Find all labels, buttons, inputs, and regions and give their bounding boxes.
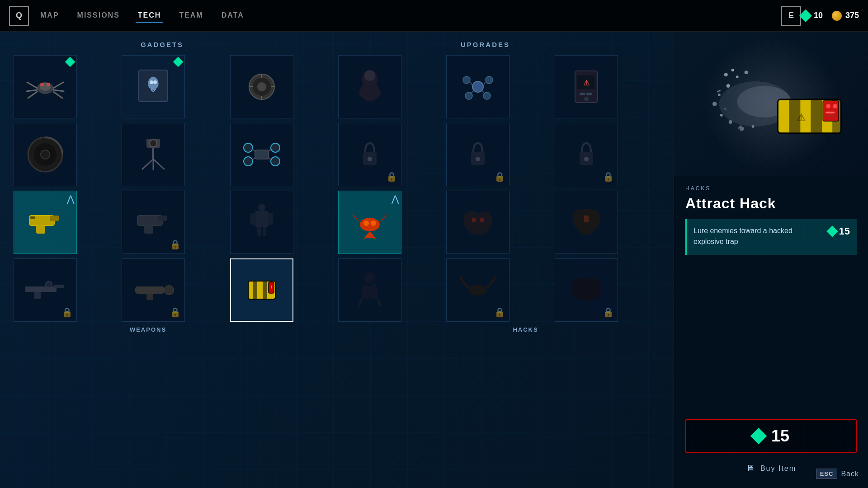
svg-rect-78 [25,286,57,292]
esc-key[interactable]: ESC [816,469,838,479]
grid-item-disc[interactable] [14,123,77,186]
grid-item-shadow2[interactable] [338,258,401,322]
grid-item-locked3[interactable]: 🔒 [555,123,618,186]
svg-rect-45 [255,150,269,159]
svg-line-3 [27,90,37,91]
svg-line-51 [268,149,271,151]
coin-icon [832,11,842,21]
svg-point-116 [833,104,837,108]
lock-icon3: 🔒 [603,171,614,182]
grid-item-locked1[interactable]: 🔒 [338,123,401,186]
svg-point-23 [486,76,493,84]
grid-item-explosive[interactable]: ! [230,258,293,322]
beast1-visual [453,197,503,247]
svg-point-93 [469,285,487,296]
disc-visual [20,130,70,179]
svg-point-49 [271,157,280,166]
svg-point-105 [731,69,734,71]
svg-rect-34 [586,93,592,95]
grid-item-drone[interactable] [230,123,293,186]
svg-point-73 [360,218,380,231]
nav-team[interactable]: TEAM [177,9,205,23]
svg-point-96 [726,84,730,88]
grid-item-shadow[interactable] [338,55,401,118]
svg-point-15 [257,82,266,91]
svg-point-12 [153,80,157,84]
grid-item-pistol[interactable]: ⋀ [14,191,77,254]
explosive-visual: ! [237,266,286,315]
svg-text:⚠: ⚠ [797,112,806,123]
svg-rect-70 [257,227,261,236]
item-preview: ⚠ [674,32,868,176]
nav-data[interactable]: DATA [219,9,246,23]
svg-line-6 [53,90,64,91]
svg-point-75 [371,221,376,226]
esc-back[interactable]: ESC Back [816,469,859,479]
rank-badge2: ⋀ [392,193,399,204]
svg-line-4 [28,92,37,98]
q-key[interactable]: Q [9,6,29,26]
svg-point-22 [463,76,470,84]
svg-point-21 [472,81,483,92]
shadow-visual [345,62,395,112]
drone-visual [236,130,286,179]
grid-item-tripod[interactable] [122,123,185,186]
right-panel: ⚠ HACKS Attract Hack Lure enemies toward… [674,32,868,488]
svg-point-101 [736,75,739,78]
svg-point-80 [46,282,52,288]
grid-item-launcher[interactable]: 🔒 [122,258,185,322]
grid-item-spider[interactable] [14,55,77,118]
svg-line-29 [482,90,485,94]
svg-rect-79 [54,285,64,288]
lock-icon5: 🔒 [61,307,73,318]
svg-rect-114 [823,101,839,121]
lock-icon6: 🔒 [170,307,181,318]
left-panel: GADGETS UPGRADES [0,32,674,488]
svg-point-35 [584,97,589,101]
drone-active-visual [345,197,395,247]
svg-point-38 [41,150,50,159]
description-cost: 15 [828,225,850,237]
svg-line-50 [252,149,255,151]
ghost-visual [128,62,178,112]
grid-item-beast2[interactable] [555,191,618,254]
svg-point-20 [364,70,375,81]
grid-item-locked2[interactable]: 🔒 [446,123,509,186]
gadget3-visual [236,62,286,112]
svg-rect-33 [580,93,585,95]
lock-icon2: 🔒 [494,171,505,182]
nav-map[interactable]: MAP [38,9,61,23]
grid-item-drone-locked[interactable]: 🔒 [446,258,509,322]
lock-icon4: 🔒 [170,239,181,250]
e-key[interactable]: E [781,6,801,26]
grid-item-sniper[interactable]: 🔒 [14,258,77,322]
svg-point-100 [729,120,732,124]
grid-item-device[interactable]: ⚠ [555,55,618,118]
grid-item-pistol-locked[interactable]: 🔒 [122,191,185,254]
explosion-effect: ⚠ [674,32,868,176]
svg-rect-118 [826,115,835,117]
svg-line-2 [27,82,37,88]
nav-tech[interactable]: TECH [136,9,164,23]
bottom-labels: WEAPONS HACKS [14,326,660,333]
svg-line-7 [53,92,62,98]
grid-item-beast-locked[interactable]: 🔒 [555,258,618,322]
svg-point-48 [244,157,253,166]
description-box: Lure enemies toward a hacked explosive t… [685,219,857,255]
svg-point-83 [165,286,174,295]
grid-item-ghost[interactable] [122,55,185,118]
nav-missions[interactable]: MISSIONS [75,9,122,23]
tripod-visual [128,130,178,179]
grid-item-molecule[interactable] [446,55,509,118]
grid-item-gadget3[interactable] [230,55,293,118]
svg-point-74 [363,221,369,226]
diamond-count: 10 [814,11,823,20]
svg-rect-81 [34,292,41,299]
grid-item-mech[interactable] [230,191,293,254]
svg-point-8 [40,83,44,86]
device-visual: ⚠ [561,62,611,112]
item-category: HACKS [685,185,857,192]
grid-item-drone-active[interactable]: ⋀ [338,191,401,254]
item-info: HACKS Attract Hack Lure enemies toward a… [674,176,868,303]
grid-item-beast1[interactable] [446,191,509,254]
